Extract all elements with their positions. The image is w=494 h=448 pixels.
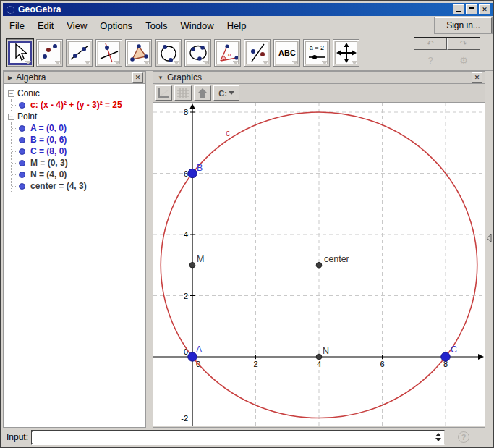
point-M-label: M <box>197 254 204 264</box>
point-B-label: B <box>197 163 203 173</box>
tool-dropdown-arrow-icon[interactable] <box>352 61 357 64</box>
angle-tool[interactable]: α <box>214 39 241 67</box>
move-view-tool[interactable] <box>333 39 359 67</box>
help-icon[interactable]: ? <box>414 55 447 66</box>
menu-item-window[interactable]: Window <box>174 18 220 33</box>
algebra-item[interactable]: A = (0, 0) <box>12 122 144 134</box>
algebra-item[interactable]: M = (0, 3) <box>12 157 144 169</box>
algebra-item-text: center = (4, 3) <box>30 181 87 191</box>
graphics-close-button[interactable]: ✕ <box>472 72 482 83</box>
x-tick-label: 4 <box>317 360 321 368</box>
tool-dropdown-arrow-icon[interactable] <box>85 61 90 64</box>
input-field[interactable] <box>32 432 434 443</box>
collapse-node-icon[interactable]: − <box>8 114 14 120</box>
y-tick-label: 2 <box>184 292 188 300</box>
algebra-item[interactable]: c: (x - 4)² + (y - 3)² = 25 <box>12 99 144 111</box>
algebra-item[interactable]: B = (0, 6) <box>12 134 144 145</box>
reflect-tool[interactable] <box>244 39 271 67</box>
graphics-view-panel: ▼ Graphics ✕ C: <box>153 71 485 428</box>
graphics-panel-title: Graphics <box>167 72 202 83</box>
menu-item-options[interactable]: Options <box>93 18 139 33</box>
collapse-node-icon[interactable]: − <box>8 90 14 97</box>
collapse-panel-arrow-icon[interactable] <box>486 234 493 242</box>
line-tool[interactable] <box>66 39 93 67</box>
y-axis-arrow-icon <box>189 103 195 109</box>
perpendicular-line-tool[interactable] <box>95 39 122 67</box>
tree-connector <box>12 174 17 175</box>
tool-dropdown-arrow-icon[interactable] <box>203 61 209 64</box>
tool-dropdown-arrow-icon[interactable] <box>25 61 31 64</box>
algebra-close-button[interactable]: ✕ <box>132 72 143 83</box>
tool-dropdown-arrow-icon[interactable] <box>144 61 150 64</box>
toolbar: αABCa = 2 ↶ ↷ ? ⚙ <box>3 35 493 71</box>
title-bar[interactable]: GeoGebra ✕ <box>3 3 493 16</box>
polygon-tool[interactable] <box>125 39 152 67</box>
algebra-collapse-icon[interactable]: ▶ <box>8 75 12 81</box>
graphics-collapse-icon[interactable]: ▼ <box>158 75 163 81</box>
visibility-marble-icon[interactable] <box>19 102 25 109</box>
conic-tool[interactable] <box>184 39 211 67</box>
input-help-icon[interactable]: ? <box>458 431 469 443</box>
visibility-marble-icon[interactable] <box>19 125 25 132</box>
menu-item-tools[interactable]: Tools <box>139 18 174 33</box>
point-M[interactable] <box>189 262 195 268</box>
geogebra-window: { "window": { "title": "GeoGebra" }, "me… <box>0 0 494 448</box>
point-N[interactable] <box>316 354 322 360</box>
tool-dropdown-arrow-icon[interactable] <box>55 61 61 64</box>
visibility-marble-icon[interactable] <box>19 172 25 178</box>
visibility-marble-icon[interactable] <box>19 183 25 190</box>
standard-view-button[interactable] <box>194 85 211 101</box>
algebra-item[interactable]: center = (4, 3) <box>12 180 144 192</box>
sign-in-button[interactable]: Sign in... <box>435 17 492 33</box>
tree-connector <box>12 140 17 140</box>
tool-dropdown-arrow-icon[interactable] <box>114 61 120 64</box>
point-C[interactable] <box>441 352 450 361</box>
close-button[interactable]: ✕ <box>479 4 490 14</box>
visibility-marble-icon[interactable] <box>19 160 25 166</box>
input-field-wrap <box>31 430 445 445</box>
algebra-item[interactable]: C = (8, 0) <box>12 145 144 157</box>
grid-toggle-button[interactable] <box>174 85 192 101</box>
tree-connector <box>12 163 17 164</box>
visibility-marble-icon[interactable] <box>19 148 25 155</box>
menu-item-help[interactable]: Help <box>221 18 253 33</box>
maximize-button[interactable] <box>466 4 477 14</box>
algebra-group-conic: −Conic <box>5 88 144 99</box>
svg-text:a = 2: a = 2 <box>310 44 324 51</box>
spinner-up-icon <box>435 433 441 436</box>
tool-dropdown-arrow-icon[interactable] <box>263 61 268 64</box>
circle-tool[interactable] <box>155 39 182 67</box>
point-tool[interactable] <box>36 39 63 67</box>
point-A-label: A <box>196 345 203 355</box>
axes-toggle-button[interactable] <box>155 85 172 101</box>
minimize-icon <box>456 11 461 12</box>
graphics-canvas[interactable]: 0246886420-2cABCMNcenter <box>153 102 485 426</box>
tool-dropdown-arrow-icon[interactable] <box>322 61 328 64</box>
settings-gear-icon[interactable]: ⚙ <box>447 55 480 66</box>
menu-item-view[interactable]: View <box>60 18 93 33</box>
undo-button[interactable]: ↶ <box>414 38 447 50</box>
visibility-marble-icon[interactable] <box>19 137 25 143</box>
point-center[interactable] <box>316 262 322 268</box>
algebra-item[interactable]: N = (4, 0) <box>12 169 144 180</box>
input-history-spinner[interactable] <box>434 433 444 441</box>
menu-item-edit[interactable]: Edit <box>31 18 60 33</box>
minimize-button[interactable] <box>453 4 464 14</box>
maximize-icon <box>469 7 474 12</box>
point-B[interactable] <box>188 169 197 177</box>
point-capture-dropdown[interactable]: C: <box>213 85 239 101</box>
menu-item-file[interactable]: File <box>3 18 31 33</box>
move-tool[interactable] <box>7 39 33 67</box>
algebra-graphics-splitter[interactable] <box>146 71 153 428</box>
tool-dropdown-arrow-icon[interactable] <box>233 61 239 64</box>
spinner-down-icon <box>435 438 441 441</box>
tool-dropdown-arrow-icon[interactable] <box>174 61 179 64</box>
algebra-item-text: N = (4, 0) <box>30 169 67 179</box>
slider-tool[interactable]: a = 2 <box>303 39 330 67</box>
undo-redo-area: ↶ ↷ ? ⚙ <box>414 38 482 66</box>
close-icon: ✕ <box>482 6 487 13</box>
text-tool[interactable]: ABC <box>273 39 300 67</box>
plot-svg: 0246886420-2cABCMNcenter <box>153 103 485 426</box>
redo-button[interactable]: ↷ <box>447 38 480 50</box>
tool-dropdown-arrow-icon[interactable] <box>292 61 298 64</box>
